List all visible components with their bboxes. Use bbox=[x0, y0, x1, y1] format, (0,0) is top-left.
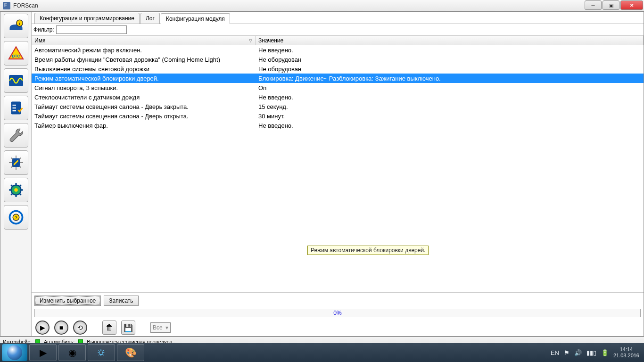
svg-text:?: ? bbox=[15, 215, 17, 220]
sort-indicator-icon: ▽ bbox=[249, 38, 252, 43]
action-row: Изменить выбранное Записать bbox=[32, 292, 644, 309]
tab-module-config[interactable]: Конфигурация модуля bbox=[161, 13, 230, 24]
window-controls: ─ ▣ ✕ bbox=[585, 0, 644, 11]
refresh-button[interactable]: ⟲ bbox=[73, 321, 87, 335]
tray-flag-icon[interactable]: ⚑ bbox=[564, 349, 570, 356]
window-title: FORScan bbox=[13, 2, 38, 9]
progress-text: 0% bbox=[333, 310, 341, 316]
window-titlebar: FORScan ─ ▣ ✕ bbox=[0, 0, 644, 11]
tab-config-programming[interactable]: Конфигурация и программирование bbox=[34, 13, 140, 24]
cell-value: Не оборудован bbox=[256, 56, 644, 63]
tray-battery-icon[interactable]: 🔋 bbox=[601, 349, 609, 356]
cell-name: Таймер выключения фар. bbox=[32, 122, 256, 129]
waveform-icon bbox=[8, 72, 25, 89]
col-header-value[interactable]: Значение bbox=[256, 36, 644, 45]
cell-value: On bbox=[256, 84, 644, 91]
filter-combo[interactable]: Все ▾ bbox=[150, 322, 171, 333]
config-grid: Имя ▽ Значение Автоматический режим фар … bbox=[32, 35, 644, 292]
progress-bar: 0% bbox=[34, 309, 641, 317]
edit-selected-button[interactable]: Изменить выбранное bbox=[34, 296, 101, 306]
cell-value: Не введено. bbox=[256, 94, 644, 101]
palette-icon: 🎨 bbox=[125, 347, 137, 358]
tab-strip: Конфигурация и программирование Лог Конф… bbox=[32, 12, 644, 24]
help-button[interactable]: ? bbox=[4, 205, 28, 230]
grid-header: Имя ▽ Значение bbox=[32, 36, 644, 45]
forscan-icon: ⛭ bbox=[97, 347, 106, 358]
wrench-icon bbox=[8, 127, 25, 144]
cell-name: Сигнал поворота, 3 вспышки. bbox=[32, 84, 256, 91]
table-row[interactable]: Режим автоматической блокировки дверей.Б… bbox=[32, 74, 644, 83]
car-info-icon: i bbox=[8, 17, 25, 34]
gear-button[interactable] bbox=[4, 178, 28, 202]
tab-log[interactable]: Лог bbox=[140, 13, 160, 24]
chrome-icon: ◉ bbox=[68, 347, 76, 358]
filter-label: Фильтр: bbox=[33, 26, 54, 33]
cell-name: Таймаут системы освещения салона - Дверь… bbox=[32, 113, 256, 120]
tab-label: Конфигурация модуля bbox=[166, 16, 225, 22]
cell-value: 30 минут. bbox=[256, 113, 644, 120]
cell-name: Время работы функции "Световая дорожка" … bbox=[32, 56, 256, 63]
maximize-button[interactable]: ▣ bbox=[603, 0, 619, 10]
table-row[interactable]: Время работы функции "Световая дорожка" … bbox=[32, 55, 644, 64]
taskbar-item-chrome[interactable]: ◉ bbox=[58, 344, 86, 361]
gear-icon bbox=[8, 181, 25, 198]
tab-label: Лог bbox=[146, 15, 155, 22]
close-button[interactable]: ✕ bbox=[620, 0, 643, 10]
stop-button[interactable]: ■ bbox=[54, 321, 68, 335]
transport-row: ▶ ■ ⟲ 🗑 💾 Все ▾ bbox=[32, 319, 644, 336]
wrench-button[interactable] bbox=[4, 123, 28, 148]
tray-clock[interactable]: 14:14 21.08.2016 bbox=[613, 346, 639, 359]
filter-input[interactable] bbox=[56, 25, 127, 34]
vehicle-info-button[interactable]: i bbox=[4, 14, 28, 38]
delete-button[interactable]: 🗑 bbox=[102, 321, 116, 335]
svg-point-7 bbox=[14, 188, 18, 192]
col-header-name[interactable]: Имя ▽ bbox=[32, 36, 256, 45]
left-toolbar: i DTC ? bbox=[0, 12, 32, 336]
play-icon: ▶ bbox=[40, 324, 45, 331]
table-row[interactable]: Выключение системы световой дорожкиНе об… bbox=[32, 64, 644, 74]
filter-row: Фильтр: bbox=[32, 24, 644, 35]
warning-triangle-icon: DTC bbox=[8, 45, 25, 62]
cell-name: Режим автоматической блокировки дверей. bbox=[32, 75, 256, 82]
tab-label: Конфигурация и программирование bbox=[40, 15, 134, 22]
checklist-button[interactable] bbox=[4, 96, 28, 120]
clipboard-check-icon bbox=[8, 99, 25, 116]
table-row[interactable]: Таймер выключения фар.Не введено. bbox=[32, 121, 644, 130]
write-button[interactable]: Записать bbox=[104, 296, 138, 306]
steering-wheel-help-icon: ? bbox=[8, 209, 25, 226]
start-button[interactable] bbox=[2, 344, 27, 361]
taskbar-item-forscan[interactable]: ⛭ bbox=[88, 344, 115, 361]
taskbar-item-media[interactable]: ▶ bbox=[29, 344, 57, 361]
table-row[interactable]: Таймаут системы освещения салона - Дверь… bbox=[32, 102, 644, 111]
windows-orb-icon bbox=[7, 345, 22, 360]
tray-volume-icon[interactable]: 🔊 bbox=[574, 349, 582, 356]
svg-text:DTC: DTC bbox=[12, 54, 20, 58]
cell-value: 15 секунд. bbox=[256, 103, 644, 110]
table-row[interactable]: Сигнал поворота, 3 вспышки.On bbox=[32, 83, 644, 92]
save-button[interactable]: 💾 bbox=[121, 321, 135, 335]
minimize-button[interactable]: ─ bbox=[585, 0, 602, 10]
system-tray: EN ⚑ 🔊 ▮▮▯ 🔋 14:14 21.08.2016 bbox=[551, 346, 642, 359]
chip-button[interactable] bbox=[4, 150, 28, 175]
app-icon bbox=[3, 2, 10, 9]
svg-rect-3 bbox=[9, 75, 23, 86]
tray-network-icon[interactable]: ▮▮▯ bbox=[586, 349, 596, 356]
cell-name: Таймаут системы освещения салона - Дверь… bbox=[32, 103, 256, 110]
taskbar-item-paint[interactable]: 🎨 bbox=[117, 344, 144, 361]
refresh-icon: ⟲ bbox=[77, 324, 83, 331]
cell-value: Не оборудован bbox=[256, 66, 644, 73]
cell-value: Не введено. bbox=[256, 47, 644, 54]
table-row[interactable]: Стеклоочистители с датчиком дождяНе введ… bbox=[32, 92, 644, 102]
dtc-button[interactable]: DTC bbox=[4, 41, 28, 66]
tray-time: 14:14 bbox=[613, 346, 639, 353]
play-button[interactable]: ▶ bbox=[35, 321, 50, 335]
main-pane: Конфигурация и программирование Лог Конф… bbox=[32, 12, 644, 336]
save-icon: 💾 bbox=[124, 323, 133, 332]
col-header-value-label: Значение bbox=[258, 37, 283, 44]
table-row[interactable]: Таймаут системы освещения салона - Дверь… bbox=[32, 111, 644, 121]
oscilloscope-button[interactable] bbox=[4, 68, 28, 93]
taskbar: ▶ ◉ ⛭ 🎨 EN ⚑ 🔊 ▮▮▯ 🔋 14:14 21.08.2016 bbox=[0, 343, 644, 362]
tray-lang[interactable]: EN bbox=[551, 349, 559, 356]
table-row[interactable]: Автоматический режим фар включен.Не введ… bbox=[32, 45, 644, 55]
tooltip: Режим автоматической блокировки дверей. bbox=[307, 246, 429, 255]
